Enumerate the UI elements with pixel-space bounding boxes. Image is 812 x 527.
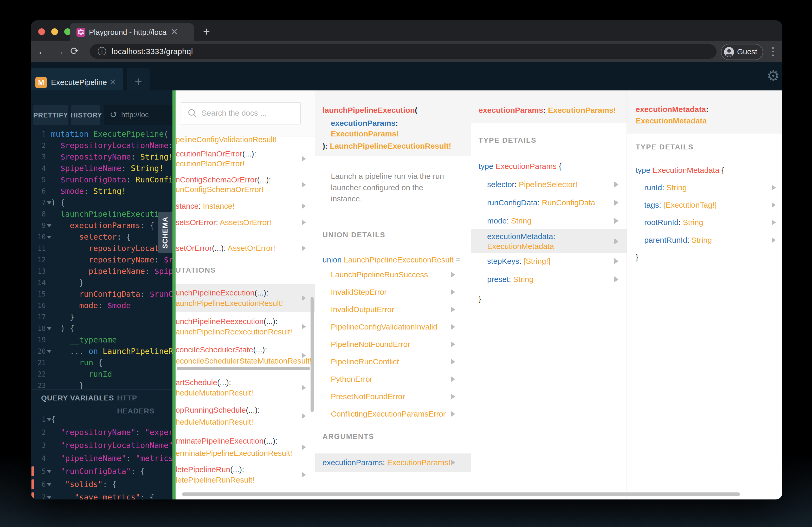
profile-chip[interactable]: Guest <box>721 44 763 60</box>
doc-field-signature[interactable]: ExecutionMetadata <box>636 117 707 125</box>
doc-field-signature[interactable]: executionParams: <box>331 119 398 127</box>
expand-arrow-icon[interactable] <box>451 376 455 382</box>
doc-field-signature[interactable]: ): LaunchPipelineExecutionResult! <box>322 141 451 150</box>
forward-icon[interactable]: → <box>54 41 65 62</box>
doc-type-field[interactable]: mode: String <box>487 216 531 225</box>
doc-entry[interactable]: aunchPipelineExecutionResult! <box>176 299 283 308</box>
expand-arrow-icon[interactable] <box>302 445 306 450</box>
expand-arrow-icon[interactable] <box>302 472 306 478</box>
expand-arrow-icon[interactable] <box>451 359 455 365</box>
expand-arrow-icon[interactable] <box>772 185 776 191</box>
close-window-button[interactable] <box>38 28 45 35</box>
reload-icon[interactable]: ⟳ <box>70 41 79 62</box>
expand-arrow-icon[interactable] <box>614 276 619 282</box>
doc-union-member[interactable]: ConflictingExecutionParamsError <box>331 409 446 418</box>
doc-type-field[interactable]: runId: String <box>644 183 687 192</box>
expand-arrow-icon[interactable] <box>302 413 306 419</box>
doc-field-signature[interactable]: executionParams: ExecutionParams! <box>479 106 616 115</box>
doc-entry[interactable]: artSchedule(...): <box>176 378 231 387</box>
expand-arrow-icon[interactable] <box>302 220 306 225</box>
browser-menu-icon[interactable]: ⋮ <box>768 41 778 62</box>
settings-gear-icon[interactable]: ⚙ <box>759 62 782 90</box>
doc-entry[interactable]: econcileSchedulerStateMutationResult! <box>176 357 312 365</box>
doc-entry[interactable]: rminatePipelineExecution(...): <box>176 437 277 446</box>
expand-arrow-icon[interactable] <box>614 218 619 224</box>
doc-entry[interactable]: heduleMutationResult! <box>176 389 253 397</box>
docs-search-input[interactable] <box>201 103 296 123</box>
expand-arrow-icon[interactable] <box>302 156 306 162</box>
expand-arrow-icon[interactable] <box>302 295 306 301</box>
doc-entry[interactable]: letePipelineRun(...): <box>176 465 244 474</box>
doc-entry[interactable]: setsOrError: AssetsOrError! <box>176 218 271 227</box>
doc-type-field[interactable]: parentRunId: String <box>644 236 712 244</box>
new-tab-button[interactable]: + <box>199 24 214 41</box>
doc-entry[interactable]: stance: Instance! <box>176 202 235 210</box>
doc-union-member[interactable]: InvalidStepError <box>331 288 387 297</box>
doc-type-field[interactable]: runConfigData: RunConfigData <box>487 198 595 207</box>
doc-type-decl[interactable]: type ExecutionMetadata { <box>636 166 724 175</box>
minimize-window-button[interactable] <box>51 28 58 35</box>
tab-schema[interactable]: SCHEMA <box>158 212 172 253</box>
doc-union-decl[interactable]: union LaunchPipelineExecutionResult = <box>322 255 460 264</box>
doc-union-member[interactable]: PythonError <box>331 375 373 383</box>
expand-arrow-icon[interactable] <box>772 237 776 243</box>
expand-arrow-icon[interactable] <box>614 258 619 264</box>
expand-arrow-icon[interactable] <box>772 220 776 225</box>
expand-arrow-icon[interactable] <box>451 411 455 417</box>
doc-type-field[interactable]: rootRunId: String <box>644 218 703 227</box>
doc-union-member[interactable]: LaunchPipelineRunSuccess <box>331 270 428 279</box>
doc-union-member[interactable]: PresetNotFoundError <box>331 392 405 401</box>
expand-arrow-icon[interactable] <box>451 324 455 330</box>
docs-search-box[interactable] <box>181 102 301 124</box>
expand-arrow-icon[interactable] <box>614 200 619 206</box>
expand-arrow-icon[interactable] <box>302 352 306 358</box>
doc-entry[interactable]: ecutionPlanOrError! <box>176 159 245 168</box>
doc-type-field[interactable]: ExecutionMetadata <box>487 242 554 251</box>
expand-arrow-icon[interactable] <box>302 385 306 391</box>
doc-entry[interactable]: unchPipelineExecution(...): <box>176 288 269 297</box>
expand-arrow-icon[interactable] <box>302 182 306 187</box>
column-horizontal-scrollbar[interactable] <box>177 367 310 370</box>
doc-entry[interactable]: unConfigSchemaOrError! <box>176 185 263 194</box>
doc-entry[interactable]: heduleMutationResult! <box>176 418 253 426</box>
doc-type-field[interactable]: selector: PipelineSelector! <box>487 180 577 189</box>
expand-arrow-icon[interactable] <box>302 203 306 209</box>
expand-arrow-icon[interactable] <box>451 394 455 400</box>
doc-entry[interactable]: nConfigSchemaOrError(...): <box>176 176 271 184</box>
doc-union-member[interactable]: PipelineNotFoundError <box>331 340 410 349</box>
expand-arrow-icon[interactable] <box>451 342 455 347</box>
address-bar[interactable]: ⓘ localhost:3333/graphql <box>90 44 716 59</box>
doc-field-signature[interactable]: executionMetadata: <box>636 105 709 114</box>
expand-arrow-icon[interactable] <box>772 202 776 208</box>
expand-arrow-icon[interactable] <box>451 272 455 277</box>
docs-horizontal-scrollbar[interactable] <box>182 493 740 496</box>
doc-close-brace[interactable]: } <box>479 295 481 303</box>
docs-vertical-scrollbar[interactable] <box>310 297 314 412</box>
doc-entry[interactable]: opRunningSchedule(...): <box>176 406 260 415</box>
doc-union-member[interactable]: PipelineConfigValidationInvalid <box>331 322 437 331</box>
expand-arrow-icon[interactable] <box>614 182 619 187</box>
doc-entry[interactable]: concileSchedulerState(...): <box>176 345 267 354</box>
doc-type-field[interactable]: stepKeys: [String!] <box>487 257 550 266</box>
doc-entry[interactable]: ecutionPlanOrError(...): <box>176 149 256 158</box>
back-icon[interactable]: ← <box>37 41 48 62</box>
doc-entry[interactable]: setOrError(...): AssetOrError! <box>176 244 275 253</box>
doc-type-decl[interactable]: type ExecutionParams { <box>479 162 562 171</box>
doc-field-signature[interactable]: launchPipelineExecution( <box>322 106 418 115</box>
tab-close-icon[interactable]: ✕ <box>171 24 178 41</box>
doc-union-member[interactable]: InvalidOutputError <box>331 305 394 314</box>
doc-entry[interactable]: aunchPipelineReexecutionResult! <box>176 328 292 336</box>
doc-close-brace[interactable]: } <box>636 253 638 262</box>
expand-arrow-icon[interactable] <box>302 324 306 330</box>
doc-field-signature[interactable]: ExecutionParams! <box>331 130 399 138</box>
editor-pane[interactable]: PRETTIFY HISTORY ↺ http://loc 1mutation … <box>31 90 172 499</box>
expand-arrow-icon[interactable] <box>451 307 455 312</box>
doc-type-field[interactable]: preset: String <box>487 275 534 284</box>
doc-type-field[interactable]: executionMetadata: <box>487 232 555 241</box>
expand-arrow-icon[interactable] <box>451 460 455 465</box>
expand-arrow-icon[interactable] <box>451 289 455 295</box>
variables-editor[interactable]: 1{2 "repositoryName": "experiments"3 "re… <box>31 390 172 499</box>
doc-argument[interactable]: executionParams: ExecutionParams! <box>322 458 450 467</box>
doc-type-field[interactable]: tags: [ExecutionTag!] <box>644 201 717 209</box>
doc-entry[interactable]: erminatePipelineExecutionResult! <box>176 449 292 457</box>
